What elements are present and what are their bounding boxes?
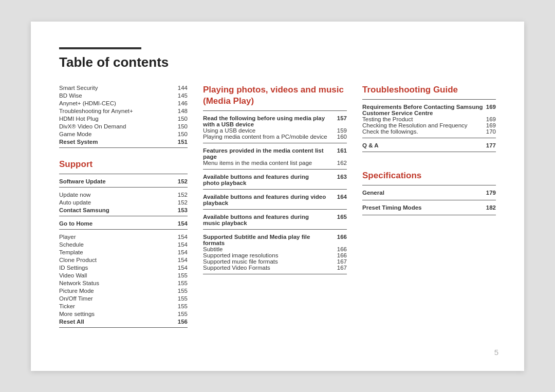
divider xyxy=(203,143,347,143)
ts-sub-entry: Check the followings.170 xyxy=(362,128,496,135)
toc-block: Available buttons and features during mu… xyxy=(203,214,347,230)
toc-entry: Smart Security144 xyxy=(59,85,188,91)
toc-entry: HDMI Hot Plug150 xyxy=(59,116,188,122)
toc-entry: Template154 xyxy=(59,249,188,255)
ts-block: Q & A177 xyxy=(362,142,496,152)
mid-column: Playing photos, videos and music (Media … xyxy=(203,85,362,332)
divider xyxy=(203,209,347,210)
divider xyxy=(362,215,496,215)
spec-entry: General179 xyxy=(362,190,496,196)
toc-entry: DivX® Video On Demand150 xyxy=(59,123,188,129)
toc-block: Features provided in the media content l… xyxy=(203,147,347,170)
toc-entry: Picture Mode155 xyxy=(59,288,188,294)
divider xyxy=(59,216,188,216)
toc-block: Available buttons and features during vi… xyxy=(203,194,347,210)
title-bar xyxy=(59,47,141,49)
divider xyxy=(59,187,188,188)
page: Table of contents Smart Security144BD Wi… xyxy=(31,22,524,371)
toc-block: Read the following before using media pl… xyxy=(203,115,347,143)
toc-block: Available buttons and features during ph… xyxy=(203,174,347,190)
toc-entry: On/Off Timer155 xyxy=(59,295,188,302)
divider xyxy=(203,274,347,274)
divider xyxy=(203,169,347,170)
page-title: Table of contents xyxy=(59,54,496,70)
mid-blocks: Read the following before using media pl… xyxy=(203,115,347,274)
divider xyxy=(59,147,188,148)
mid-section-title: Playing photos, videos and music (Media … xyxy=(203,85,347,106)
right-column: Troubleshooting Guide Requirements Befor… xyxy=(362,85,496,332)
specifications-heading: Specifications xyxy=(362,171,496,181)
toc-entry: Software Update152 xyxy=(59,178,188,184)
toc-entry: Player154 xyxy=(59,234,188,240)
ts-sub-entry: Testing the Product169 xyxy=(362,116,496,122)
toc-entry: Troubleshooting for Anynet+148 xyxy=(59,108,188,114)
ts-block: Requirements Before Contacting Samsung C… xyxy=(362,104,496,138)
divider xyxy=(362,152,496,152)
toc-entry: Schedule154 xyxy=(59,241,188,248)
toc-entry: Ticker155 xyxy=(59,303,188,309)
toc-entry: Anynet+ (HDMI-CEC)146 xyxy=(59,100,188,106)
toc-sub-entry: Subtitle166 xyxy=(203,246,347,252)
troubleshooting-section: Requirements Before Contacting Samsung C… xyxy=(362,104,496,152)
left-top-section: Smart Security144BD Wise145Anynet+ (HDMI… xyxy=(59,85,188,148)
toc-sub-entry: Supported music file formats167 xyxy=(203,258,347,265)
toc-sub-entry: Menu items in the media content list pag… xyxy=(203,160,347,166)
toc-entry: Go to Home154 xyxy=(59,220,188,227)
toc-sub-entry: Supported image resolutions166 xyxy=(203,252,347,258)
support-section: Software Update152Update now152Auto upda… xyxy=(59,178,188,328)
toc-entry: Video Wall155 xyxy=(59,272,188,278)
spec-section: General179Preset Timing Modes182 xyxy=(362,190,496,215)
toc-entry: Network Status155 xyxy=(59,280,188,286)
spec-entry: Preset Timing Modes182 xyxy=(362,204,496,211)
toc-entry: Reset All156 xyxy=(59,319,188,325)
troubleshooting-heading: Troubleshooting Guide xyxy=(362,85,496,95)
page-number: 5 xyxy=(494,348,498,357)
divider xyxy=(59,327,188,328)
ts-sub-entry: Checking the Resolution and Frequency169 xyxy=(362,122,496,128)
toc-sub-entry: Using a USB device159 xyxy=(203,127,347,134)
toc-entry: BD Wise145 xyxy=(59,92,188,99)
toc-block: Supported Subtitle and Media play file f… xyxy=(203,234,347,274)
toc-entry: Contact Samsung153 xyxy=(59,207,188,213)
columns: Smart Security144BD Wise145Anynet+ (HDMI… xyxy=(59,85,496,332)
divider xyxy=(203,229,347,230)
divider xyxy=(362,200,496,200)
toc-entry: More settings155 xyxy=(59,311,188,317)
divider xyxy=(203,189,347,190)
left-column: Smart Security144BD Wise145Anynet+ (HDMI… xyxy=(59,85,203,332)
toc-sub-entry: Supported Video Formats167 xyxy=(203,265,347,271)
divider xyxy=(59,229,188,230)
toc-entry: Reset System151 xyxy=(59,139,188,145)
toc-entry: Clone Product154 xyxy=(59,257,188,263)
toc-entry: Auto update152 xyxy=(59,199,188,206)
toc-entry: Update now152 xyxy=(59,192,188,198)
toc-entry: Game Mode150 xyxy=(59,131,188,137)
support-heading: Support xyxy=(59,159,188,170)
toc-sub-entry: Playing media content from a PC/mobile d… xyxy=(203,134,347,140)
divider xyxy=(362,138,496,138)
toc-entry: ID Settings154 xyxy=(59,265,188,271)
